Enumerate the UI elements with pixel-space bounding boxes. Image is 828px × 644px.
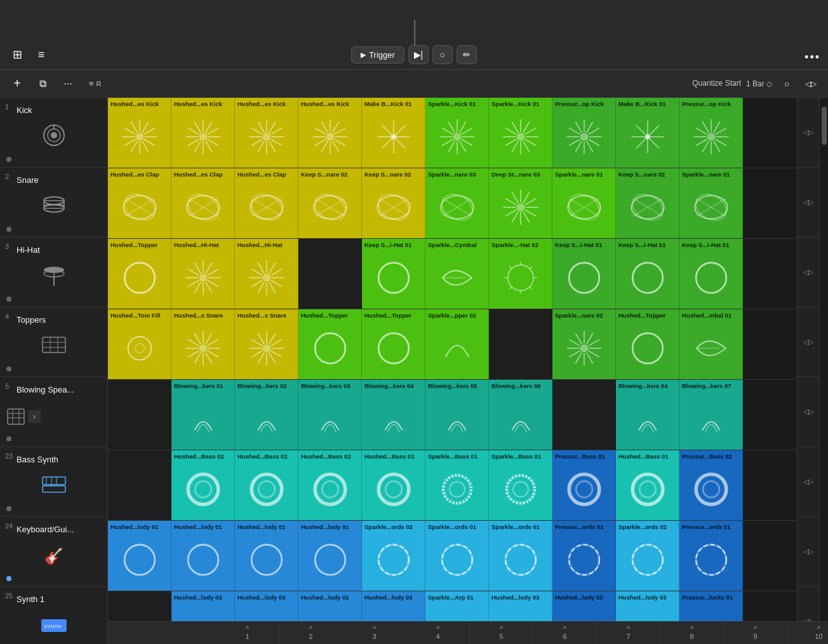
track-mute-hihat[interactable] — [6, 297, 11, 302]
clip-cell-r5-c4[interactable]: Blowing...kers 03 — [298, 380, 362, 450]
trigger-button[interactable]: ▶ Trigger — [351, 46, 404, 64]
track-mute-blowing[interactable] — [6, 436, 11, 441]
add-button[interactable]: + — [8, 74, 27, 93]
clip-cell-r1-c8[interactable]: Pressur...op Kick — [552, 98, 616, 168]
pencil-button[interactable]: ✏ — [457, 45, 477, 64]
track-mute-toppers[interactable] — [6, 366, 11, 372]
row-arrow-7[interactable]: ◁▷ — [798, 517, 819, 587]
clip-cell-r7-c10[interactable]: Pressur...ords 01 — [679, 521, 743, 591]
clip-cell-r4-c7[interactable] — [489, 309, 552, 379]
track-mute-snare[interactable] — [6, 227, 11, 232]
col-num-8[interactable]: ^8 — [660, 622, 724, 645]
col-num-6[interactable]: ^6 — [533, 622, 597, 645]
clip-cell-r4-c8[interactable]: Sparkle...nare 02 — [552, 309, 616, 379]
clip-cell-r8-c7[interactable]: Hushed...lody 03 — [489, 591, 552, 621]
clip-cell-r3-c1[interactable]: Hushed...Topper — [108, 239, 171, 309]
col-num-3[interactable]: ^3 — [343, 622, 406, 645]
clip-cell-r2-c10[interactable]: Sparkle...nare 01 — [679, 168, 743, 238]
clip-cell-r7-c5[interactable]: Sparkle...ords 02 — [362, 521, 425, 591]
clip-cell-r3-c5[interactable]: Keep S...i-Hat 01 — [362, 239, 425, 309]
col-num-1[interactable]: ^1 — [216, 622, 279, 645]
clip-cell-r7-c3[interactable]: Hushed...lody 01 — [235, 521, 298, 591]
clip-cell-r2-c4[interactable]: Keep S...nare 02 — [298, 168, 362, 238]
clip-cell-r2-c6[interactable]: Sparkle...nare 03 — [425, 168, 489, 238]
clip-cell-r7-c2[interactable]: Hushed...lody 01 — [171, 521, 235, 591]
clip-cell-r7-c6[interactable]: Sparkle...ords 01 — [425, 521, 489, 591]
clip-cell-r6-c3[interactable]: Hushed...Bass 02 — [235, 450, 298, 520]
clip-cell-r6-c8[interactable]: Pressur...Bass 01 — [552, 450, 616, 520]
clip-cell-r6-c10[interactable]: Pressur...Bass 02 — [679, 450, 743, 520]
clip-cell-r3-c3[interactable]: Hushed...Hi-Hat — [235, 239, 298, 309]
clip-cell-r1-c2[interactable]: Hushed...es Kick — [171, 98, 235, 168]
row-arrow-4[interactable]: ◁▷ — [798, 307, 819, 377]
clip-cell-r4-c4[interactable]: Hushed...Topper — [298, 309, 362, 379]
clip-cell-r8-c5[interactable]: Hushed...lody 03 — [362, 591, 425, 621]
clip-cell-r8-c10[interactable]: Pressur...lucks 01 — [679, 591, 743, 621]
row-arrow-6[interactable]: ◁▷ — [798, 447, 819, 517]
clip-cell-r1-c10[interactable]: Pressur...op Kick — [679, 98, 743, 168]
clip-cell-r1-c7[interactable]: Sparkle...Kick 01 — [489, 98, 552, 168]
clip-cell-r6-c6[interactable]: Sparkle...Bass 01 — [425, 450, 489, 520]
v-scrollbar-track[interactable] — [819, 98, 828, 621]
clip-cell-r6-c4[interactable]: Hushed...Bass 02 — [298, 450, 362, 520]
track-mute-keyboard[interactable] — [6, 576, 11, 581]
row-arrow-5[interactable]: ◁▷ — [798, 377, 819, 447]
clip-cell-r8-c3[interactable]: Hushed...lody 03 — [235, 591, 298, 621]
col-num-7[interactable]: ^7 — [597, 622, 660, 645]
quantize-record-button[interactable]: ○ — [777, 74, 796, 93]
clip-cell-r4-c9[interactable]: Hushed...Topper — [616, 309, 679, 379]
loop-button[interactable]: ○ — [432, 45, 453, 64]
clip-cell-r5-c2[interactable]: Blowing...kers 01 — [171, 380, 235, 450]
clip-cell-r2-c8[interactable]: Sparkle...nare 01 — [552, 168, 616, 238]
clip-cell-r7-c9[interactable]: Sparkle...ords 02 — [616, 521, 679, 591]
clip-cell-r8-c1[interactable] — [108, 591, 171, 621]
clip-cell-r2-c1[interactable]: Hushed...es Clap — [108, 168, 171, 238]
clip-cell-r6-c9[interactable]: Hushed...Bass 01 — [616, 450, 679, 520]
copy-button[interactable]: ⧉ — [33, 74, 52, 93]
col-num-5[interactable]: ^5 — [470, 622, 533, 645]
clip-cell-r2-c2[interactable]: Hushed...es Clap — [171, 168, 235, 238]
clip-cell-r3-c9[interactable]: Keep S...i-Hat 01 — [616, 239, 679, 309]
clip-cell-r2-c5[interactable]: Keep S...nare 02 — [362, 168, 425, 238]
row-arrow-2[interactable]: ◁▷ — [798, 168, 819, 238]
clip-cell-r1-c1[interactable]: Hushed...es Kick — [108, 98, 171, 168]
col-num-2[interactable]: ^2 — [279, 622, 343, 645]
clip-cell-r6-c7[interactable]: Sparkle...Bass 01 — [489, 450, 552, 520]
row-arrow-1[interactable]: ◁▷ — [798, 98, 819, 168]
more-options-button[interactable]: ••• — [805, 51, 820, 64]
clip-cell-r3-c10[interactable]: Keep S...i-Hat 01 — [679, 239, 743, 309]
clip-cell-r7-c7[interactable]: Sparkle...ords 01 — [489, 521, 552, 591]
clip-cell-r5-c8[interactable] — [552, 380, 616, 450]
clip-cell-r4-c2[interactable]: Hushed...s Snare — [171, 309, 235, 379]
clip-cell-r1-c3[interactable]: Hushed...es Kick — [235, 98, 298, 168]
col-num-10[interactable]: ^10 — [787, 622, 828, 645]
clip-cell-r5-c6[interactable]: Blowing...kers 05 — [425, 380, 489, 450]
clip-cell-r5-c5[interactable]: Blowing...kers 04 — [362, 380, 425, 450]
clip-cell-r4-c1[interactable]: Hushed...Tom Fill — [108, 309, 171, 379]
record-button[interactable]: ▶| — [408, 45, 429, 64]
clip-cell-r7-c8[interactable]: Pressur...ords 01 — [552, 521, 616, 591]
quantize-value[interactable]: 1 Bar ◇ — [746, 79, 772, 88]
clip-cell-r7-c4[interactable]: Hushed...lody 01 — [298, 521, 362, 591]
clip-cell-r5-c10[interactable]: Blowing...kers 07 — [679, 380, 743, 450]
clip-cell-r8-c2[interactable]: Hushed...lody 03 — [171, 591, 235, 621]
clip-cell-r5-c7[interactable]: Blowing...kers 06 — [489, 380, 552, 450]
clip-cell-r2-c3[interactable]: Hushed...es Clap — [235, 168, 298, 238]
clip-cell-r2-c9[interactable]: Keep S...nare 02 — [616, 168, 679, 238]
clip-cell-r8-c4[interactable]: Hushed...lody 02 — [298, 591, 362, 621]
row-arrow-8[interactable]: ◁▷ — [798, 587, 819, 621]
clip-cell-r4-c5[interactable]: Hushed...Topper — [362, 309, 425, 379]
list-view-button[interactable]: ≡ — [32, 45, 51, 64]
expand-blowing-button[interactable]: › — [28, 410, 41, 423]
sort-control[interactable]: ≡ R — [89, 79, 102, 88]
clip-cell-r3-c6[interactable]: Sparkle...Cymbal — [425, 239, 489, 309]
track-mute-bass-synth[interactable] — [6, 506, 11, 511]
clip-cell-r6-c2[interactable]: Hushed...Bass 02 — [171, 450, 235, 520]
clip-cell-r2-c7[interactable]: Deep St...nare 03 — [489, 168, 552, 238]
clip-cell-r4-c3[interactable]: Hushed...s Snare — [235, 309, 298, 379]
col-num-9[interactable]: ^9 — [724, 622, 787, 645]
v-scrollbar-thumb[interactable] — [822, 107, 827, 145]
row-arrow-3[interactable]: ◁▷ — [798, 238, 819, 307]
grid-view-button[interactable]: ⊞ — [8, 45, 27, 64]
clip-cell-r1-c9[interactable]: Make B...Kick 01 — [616, 98, 679, 168]
